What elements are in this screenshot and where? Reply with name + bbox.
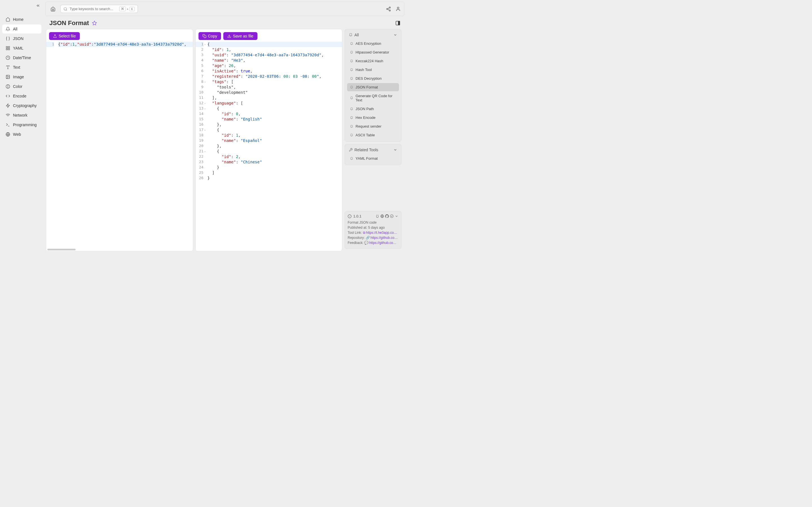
check-icon[interactable] <box>390 214 394 218</box>
sidebar-item-home[interactable]: Home <box>2 15 42 24</box>
pin-icon <box>350 86 353 89</box>
sidebar-item-label: All <box>13 27 17 31</box>
plug-icon[interactable] <box>375 214 379 218</box>
all-tools-panel: All AES EncryptionHtpasswd GeneratorKecc… <box>345 29 402 142</box>
sidebar-item-json[interactable]: JSON <box>2 34 42 43</box>
pin-icon <box>350 77 353 80</box>
sidebar-item-label: Encode <box>13 94 26 98</box>
published-text: Published at: 5 days ago <box>348 226 398 230</box>
desc-text: Format JSON code <box>348 221 398 224</box>
svg-point-49 <box>390 215 393 218</box>
svg-line-16 <box>66 10 67 10</box>
sidebar-item-label: JSON <box>13 36 23 41</box>
top-bar: ⌘ + K <box>45 2 404 16</box>
sidebar-item-encode[interactable]: Encode <box>2 92 42 101</box>
favorite-button[interactable] <box>92 20 97 25</box>
text-icon <box>6 65 10 69</box>
tool-item[interactable]: JSON Path <box>347 105 399 113</box>
tool-item[interactable]: ASCII Table <box>347 131 399 139</box>
sidebar-item-label: Web <box>13 132 21 136</box>
tool-link[interactable]: Tool Link: ⧉https://t.he3app.co… <box>348 231 398 235</box>
pin-icon <box>350 133 353 137</box>
tool-item[interactable]: Generate QR Code for Text <box>347 92 399 104</box>
svg-marker-10 <box>6 104 10 107</box>
chevron-down-icon[interactable] <box>393 33 397 37</box>
svg-rect-0 <box>6 47 8 48</box>
wrench-icon <box>349 148 353 152</box>
tool-item-label: Generate QR Code for Text <box>356 94 396 102</box>
pin-icon <box>350 116 353 119</box>
all-header-label: All <box>354 33 359 37</box>
pin-icon <box>350 68 353 71</box>
github-icon[interactable] <box>385 214 389 218</box>
related-header-label: Related Tools <box>354 148 378 152</box>
sidebar-item-web[interactable]: Web <box>2 130 42 139</box>
tool-item[interactable]: Hash Tool <box>347 66 399 74</box>
tool-item-label: ASCII Table <box>356 133 375 137</box>
sidebar-item-label: Home <box>13 17 23 22</box>
tool-item-label: JSON Path <box>356 107 374 111</box>
input-code-area[interactable]: 1 {"id":1,"uuid":"3d877494-e7d4-48e3-aa7… <box>46 42 193 248</box>
user-button[interactable] <box>396 6 401 11</box>
pin-icon <box>350 125 353 128</box>
svg-marker-23 <box>92 21 96 25</box>
sidebar-item-network[interactable]: Network <box>2 111 42 120</box>
svg-point-8 <box>7 76 8 76</box>
tool-item[interactable]: YAML Format <box>347 154 399 163</box>
home-icon <box>6 17 10 22</box>
pin-icon <box>349 33 353 37</box>
tool-item[interactable]: Keccak224 Hash <box>347 57 399 65</box>
tool-item[interactable]: JSON Format <box>347 83 399 91</box>
info-panel: 1.0.1 Format JSON code Published at: 5 d… <box>345 211 402 249</box>
tool-item[interactable]: AES Encryption <box>347 40 399 48</box>
sidebar-item-yaml[interactable]: YAML <box>2 44 42 53</box>
globe-icon[interactable] <box>380 214 384 218</box>
globe-icon <box>6 132 10 136</box>
sidebar-item-programming[interactable]: Programming <box>2 120 42 129</box>
tool-item[interactable]: Request sender <box>347 122 399 130</box>
save-as-file-button[interactable]: Save as file <box>223 32 257 40</box>
sidebar-item-label: Image <box>13 75 24 79</box>
tool-item[interactable]: DES Decryption <box>347 74 399 82</box>
info-icon <box>348 214 352 218</box>
sidebar-item-text[interactable]: Text <box>2 63 42 72</box>
grid-icon <box>6 46 10 50</box>
tool-item[interactable]: Hex Encode <box>347 114 399 122</box>
sidebar-item-color[interactable]: Color <box>2 82 42 91</box>
search-icon <box>63 7 67 11</box>
sidebar-item-cryptography[interactable]: Cryptography <box>2 101 42 110</box>
version-label: 1.0.1 <box>353 214 361 218</box>
sidebar-item-all[interactable]: All <box>2 24 42 34</box>
search-box[interactable]: ⌘ + K <box>60 5 138 13</box>
tool-item-label: Keccak224 Hash <box>356 59 383 63</box>
output-code-area[interactable]: 1⌄2345678⌄9101112⌄13⌄14151617⌄18192021⌄2… <box>196 42 342 251</box>
copy-button[interactable]: Copy <box>199 32 221 40</box>
sidebar-item-image[interactable]: Image <box>2 72 42 81</box>
feedback-link[interactable]: Feedback: 💬https://github.com/… <box>348 241 398 245</box>
svg-line-20 <box>388 9 389 10</box>
tool-item-label: Hex Encode <box>356 115 375 120</box>
chevron-down-icon[interactable] <box>393 148 397 152</box>
sidebar-item-label: Cryptography <box>13 103 37 108</box>
collapse-sidebar-button[interactable] <box>36 3 40 8</box>
svg-point-19 <box>389 10 391 11</box>
chevron-down-icon[interactable] <box>395 214 398 218</box>
svg-point-17 <box>389 7 391 8</box>
tool-item-label: Hash Tool <box>356 68 372 72</box>
tool-item[interactable]: Htpasswd Generator <box>347 48 399 56</box>
tool-item-label: Request sender <box>356 124 382 128</box>
pin-icon <box>350 59 353 63</box>
pin-icon <box>350 51 353 54</box>
panel-toggle-button[interactable] <box>395 20 400 25</box>
repo-link[interactable]: Repository: 🔗https://github.com/… <box>348 236 398 240</box>
select-file-button[interactable]: Select file <box>49 32 80 40</box>
home-button[interactable] <box>49 5 57 13</box>
horizontal-scrollbar[interactable] <box>46 248 193 251</box>
sidebar-item-datetime[interactable]: Date/Time <box>2 53 42 62</box>
tool-item-label: YAML Format <box>356 156 378 161</box>
tool-item-label: JSON Format <box>356 85 378 89</box>
tool-item-label: DES Decryption <box>356 76 382 80</box>
svg-line-21 <box>388 8 389 8</box>
share-button[interactable] <box>386 6 391 11</box>
search-input[interactable] <box>70 7 117 11</box>
